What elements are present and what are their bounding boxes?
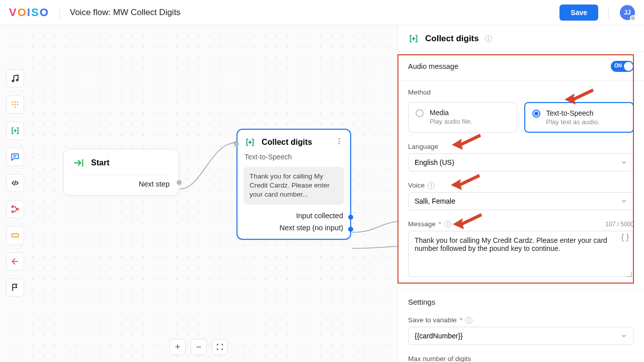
start-icon	[73, 157, 84, 168]
fullscreen-icon	[216, 343, 224, 351]
info-icon[interactable]: i	[428, 182, 435, 189]
node-output-label: Next step (no input)	[279, 224, 343, 232]
svg-point-13	[13, 235, 14, 236]
zoom-in-button[interactable]: +	[170, 339, 186, 355]
logo: VOISO	[9, 6, 49, 19]
radio-icon	[416, 109, 424, 117]
radio-icon	[532, 110, 540, 118]
port-out[interactable]	[348, 227, 353, 232]
resize-handle[interactable]	[627, 272, 632, 277]
tool-message[interactable]	[6, 148, 24, 166]
divider	[59, 6, 60, 19]
method-title: Media	[430, 109, 472, 117]
info-icon[interactable]: i	[485, 35, 492, 42]
zoom-out-button[interactable]: −	[191, 339, 207, 355]
panel-title: Collect digits	[425, 34, 479, 44]
info-icon[interactable]: i	[465, 317, 472, 324]
method-title: Text-to-Speech	[546, 109, 600, 117]
language-select[interactable]: English (US)	[408, 153, 634, 171]
method-tts-card[interactable]: Text-to-Speech Play text as audio.	[524, 102, 634, 133]
node-subtitle: Text-to-Speech	[237, 153, 350, 164]
svg-point-4	[17, 102, 19, 103]
info-icon[interactable]: i	[444, 221, 451, 228]
properties-panel: Collect digits i Audio message ON Method…	[397, 25, 644, 362]
svg-point-1	[17, 79, 18, 81]
settings-heading: Settings	[408, 298, 634, 306]
collect-digits-icon	[245, 137, 256, 148]
method-label: Method	[408, 88, 634, 96]
voice-label: Voice i	[408, 182, 634, 189]
tool-collect-digits[interactable]	[6, 122, 24, 140]
svg-point-0	[12, 80, 14, 81]
message-textarea[interactable]	[408, 231, 634, 277]
node-output-label: Input collected	[296, 212, 343, 220]
port-in[interactable]	[234, 142, 239, 147]
svg-point-9	[12, 206, 13, 207]
tool-branch[interactable]	[6, 200, 24, 218]
svg-point-14	[15, 235, 16, 236]
save-to-variable-label: Save to variable * i	[408, 316, 634, 324]
voice-select[interactable]: Salli, Female	[408, 192, 634, 210]
node-preview-text: Thank you for calling My Credit Cardz. P…	[244, 167, 344, 205]
chevron-down-icon	[620, 159, 627, 166]
tool-redirect[interactable]	[6, 252, 24, 270]
svg-point-18	[339, 141, 340, 142]
svg-point-5	[12, 104, 14, 106]
svg-point-10	[12, 211, 13, 212]
message-label: Message * i107 / 5000	[408, 220, 634, 228]
language-label: Language	[408, 143, 634, 150]
kebab-icon	[335, 137, 343, 145]
node-collect-digits[interactable]: Collect digits Text-to-Speech Thank you …	[236, 129, 351, 240]
port-out[interactable]	[348, 215, 353, 220]
svg-point-11	[17, 208, 18, 210]
svg-point-8	[15, 107, 16, 108]
save-to-variable-select[interactable]: {{cardNumber}}	[408, 327, 634, 345]
svg-point-15	[17, 235, 18, 236]
node-title: Collect digits	[262, 138, 312, 147]
svg-point-3	[15, 102, 16, 103]
chevron-down-icon	[620, 198, 627, 205]
svg-point-19	[339, 143, 340, 144]
collect-digits-icon	[408, 33, 419, 44]
node-output-label: Next step	[64, 180, 179, 195]
method-media-card[interactable]: Media Play audio file.	[408, 102, 517, 133]
svg-point-6	[15, 104, 16, 106]
audio-message-toggle[interactable]: ON	[611, 61, 634, 72]
tool-code[interactable]	[6, 174, 24, 192]
port-out[interactable]	[177, 180, 182, 185]
chevron-down-icon	[620, 332, 627, 339]
node-start[interactable]: Start Next step	[63, 149, 179, 196]
node-title: Start	[91, 158, 109, 167]
method-desc: Play audio file.	[430, 118, 472, 125]
page-title: Voice flow: MW Collect Digits	[70, 8, 181, 18]
tool-music[interactable]	[6, 69, 24, 87]
max-digits-label: Max number of digits	[408, 355, 634, 362]
svg-point-7	[17, 104, 19, 106]
method-desc: Play text as audio.	[546, 118, 600, 126]
tool-flag[interactable]	[6, 279, 24, 297]
canvas[interactable]: Start Next step Collect digits Text-to-S…	[0, 25, 397, 362]
node-menu-button[interactable]	[335, 137, 343, 147]
svg-point-17	[339, 138, 340, 139]
message-counter: 107 / 5000	[605, 221, 634, 228]
tool-dialpad[interactable]	[6, 96, 24, 114]
insert-variable-icon[interactable]: { }	[621, 233, 629, 242]
tool-recording[interactable]	[6, 226, 24, 244]
svg-point-2	[12, 102, 14, 103]
fullscreen-button[interactable]	[212, 339, 228, 355]
avatar[interactable]: JJ	[620, 5, 635, 20]
save-button[interactable]: Save	[559, 5, 598, 21]
audio-message-heading: Audio message	[408, 62, 458, 70]
divider	[608, 6, 609, 19]
